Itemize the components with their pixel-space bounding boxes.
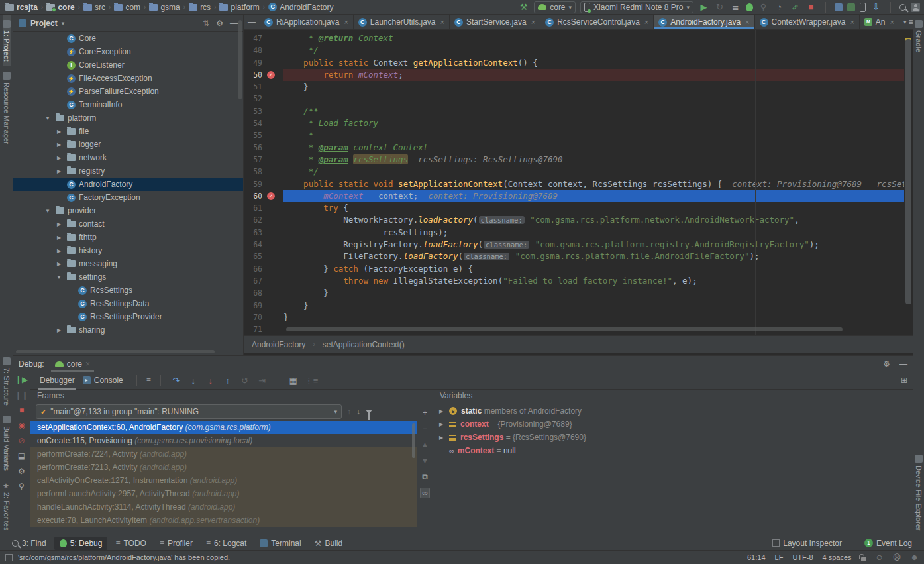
tree-item-network[interactable]: ▶network xyxy=(13,151,243,164)
arrow-collapsed-icon[interactable]: ▶ xyxy=(54,261,64,267)
evaluate-expression-icon[interactable]: ▦ xyxy=(287,376,299,386)
tree-item-platform[interactable]: ▼platform xyxy=(13,111,243,125)
breakpoint-gutter[interactable]: ✓ xyxy=(266,190,277,202)
remove-watch-icon[interactable]: − xyxy=(423,424,427,433)
code-area[interactable]: 47 * @return Context48 */49 public stati… xyxy=(244,30,913,335)
tree-item-rcssettings[interactable]: RcsSettings xyxy=(13,284,243,297)
arrow-collapsed-icon[interactable]: ▶ xyxy=(54,168,64,174)
tree-item-fileaccessexception[interactable]: FileAccessException xyxy=(13,72,243,85)
arrow-collapsed-icon[interactable]: ▶ xyxy=(437,408,445,414)
rerun-icon[interactable]: ↻ xyxy=(714,1,725,13)
hide-panel-icon[interactable]: — xyxy=(899,359,907,368)
frame-row[interactable]: setApplicationContext:60, AndroidFactory… xyxy=(30,421,417,434)
close-icon[interactable]: × xyxy=(531,18,535,26)
toolwindow-button-terminal[interactable]: Terminal xyxy=(254,537,306,550)
tree-item-logger[interactable]: ▶logger xyxy=(13,138,243,151)
project-tree-vscrollbar[interactable] xyxy=(238,20,242,99)
prev-frame-icon[interactable]: ↑ xyxy=(347,407,351,416)
write-access-lock-icon[interactable] xyxy=(861,557,866,561)
event-log-button[interactable]: 1 Event Log xyxy=(859,537,917,550)
editor[interactable]: — RiApplication.java×LauncherUtils.java×… xyxy=(244,15,913,355)
run-to-cursor-icon[interactable]: ⇥ xyxy=(256,376,268,386)
layout-settings-icon[interactable]: ≡ xyxy=(146,376,151,385)
breadcrumb-item-rcsjta[interactable]: rcsjta xyxy=(4,3,39,12)
variable-row[interactable]: ▶static members of AndroidFactory xyxy=(433,404,913,418)
arrow-collapsed-icon[interactable]: ▶ xyxy=(54,235,64,241)
close-icon[interactable]: × xyxy=(745,18,749,26)
close-icon[interactable]: × xyxy=(85,359,90,368)
tree-item-settings[interactable]: ▼settings xyxy=(13,270,243,284)
caret-position[interactable]: 61:14 xyxy=(747,553,766,561)
hide-panel-icon[interactable]: — xyxy=(230,19,238,28)
tree-item-corelistener[interactable]: CoreListener xyxy=(13,58,243,72)
resume-icon[interactable]: ❙▶ xyxy=(15,375,28,384)
stop-debug-icon[interactable]: ■ xyxy=(19,406,24,415)
editor-error-stripe[interactable] xyxy=(904,30,913,335)
arrow-expanded-icon[interactable]: ▼ xyxy=(43,208,52,214)
arrow-collapsed-icon[interactable]: ▶ xyxy=(437,422,445,427)
thread-selector[interactable]: ✔ "main"@7,133 in group "main": RUNNING … xyxy=(36,404,342,419)
arrow-expanded-icon[interactable]: ▼ xyxy=(43,115,52,121)
tab-androidfactory-java[interactable]: AndroidFactory.java× xyxy=(654,15,754,29)
tree-item-coreexception[interactable]: CoreException xyxy=(13,45,243,58)
variable-row[interactable]: ∞mContext = null xyxy=(433,444,913,457)
frame-row[interactable]: handleLaunchActivity:3114, ActivityThrea… xyxy=(30,500,417,514)
file-encoding[interactable]: UTF-8 xyxy=(792,553,813,561)
attach-debugger-icon[interactable]: ⚲ xyxy=(758,1,769,13)
editor-vscrollbar[interactable] xyxy=(905,39,911,304)
trace-icon[interactable]: ⋮≡ xyxy=(305,376,317,386)
breadcrumb-item-rcs[interactable]: rcs xyxy=(187,3,212,12)
filter-frames-icon[interactable] xyxy=(366,410,372,414)
arrow-collapsed-icon[interactable]: ▶ xyxy=(54,142,64,148)
close-icon[interactable]: × xyxy=(890,18,894,26)
arrow-collapsed-icon[interactable]: ▶ xyxy=(54,327,64,333)
frame-row[interactable]: execute:78, LaunchActivityItem (android.… xyxy=(30,514,417,527)
toolwindow-stripe-2-favorites[interactable]: ★2: Favorites xyxy=(3,477,11,536)
next-frame-icon[interactable]: ↓ xyxy=(356,407,360,416)
avatar[interactable] xyxy=(911,3,920,12)
gradle-daemon-icon[interactable]: ☻ xyxy=(910,553,919,562)
device-manager-icon[interactable] xyxy=(835,3,843,11)
force-step-into-icon[interactable]: ↓ xyxy=(205,376,217,386)
tree-item-terminalinfo[interactable]: TerminalInfo xyxy=(13,98,243,111)
tree-item-fthttp[interactable]: ▶fthttp xyxy=(13,231,243,244)
breadcrumb-class[interactable]: AndroidFactory xyxy=(252,340,305,349)
chevron-down-icon[interactable]: ▾ xyxy=(62,20,65,27)
tree-item-history[interactable]: ▶history xyxy=(13,244,243,257)
toolwindow-button-profiler[interactable]: ≡Profiler xyxy=(154,537,198,550)
mute-breakpoints-icon[interactable]: ⊘ xyxy=(18,436,25,445)
stop-icon[interactable]: ■ xyxy=(805,1,817,13)
view-breakpoints-icon[interactable]: ◉ xyxy=(18,421,25,430)
profiler-icon[interactable]: ◔ xyxy=(774,1,785,13)
editor-tabs-menu-icon[interactable]: — xyxy=(248,17,256,27)
add-watch-icon[interactable]: + xyxy=(423,408,427,418)
toolwindow-switcher-icon[interactable] xyxy=(5,554,13,561)
frame-row[interactable]: callActivityOnCreate:1271, Instrumentati… xyxy=(30,474,417,487)
tab-rcsservicecontrol-java[interactable]: RcsServiceControl.java× xyxy=(540,15,654,29)
apply-changes-icon[interactable]: ≣ xyxy=(730,1,741,13)
tab-contextwrapper-java[interactable]: ContextWrapper.java× xyxy=(755,15,860,29)
frame-row[interactable]: onCreate:115, Provisioning (com.gsma.rcs… xyxy=(30,434,417,447)
tree-item-provider[interactable]: ▼provider xyxy=(13,204,243,217)
hidden-tabs-icon[interactable]: ≡ xyxy=(908,17,913,27)
toolwindow-button-debug[interactable]: 5: Debug xyxy=(54,537,108,550)
breadcrumb-item-com[interactable]: com xyxy=(113,3,142,12)
build-hammer-icon[interactable]: ⚒ xyxy=(518,1,529,13)
breadcrumb-item-platform[interactable]: platform xyxy=(218,3,260,12)
toolwindow-stripe-7-structure[interactable]: 7: Structure xyxy=(3,352,11,411)
tab-an[interactable]: MAn× xyxy=(860,15,899,29)
highlight-level-icon[interactable]: ☺ xyxy=(876,553,884,562)
run-configuration-select[interactable]: core ▾ xyxy=(534,1,576,13)
tree-item-messaging[interactable]: ▶messaging xyxy=(13,257,243,270)
logcat-window-icon[interactable] xyxy=(847,3,855,11)
project-tree-hscrollbar[interactable] xyxy=(16,350,215,353)
frame-row[interactable]: performCreate:7224, Activity (android.ap… xyxy=(30,447,417,461)
gear-icon[interactable]: ⚙ xyxy=(883,359,890,368)
copy-value-icon[interactable]: ⧉ xyxy=(422,472,428,481)
variable-row[interactable]: ▶context = {Provisioning@7689} xyxy=(433,418,913,431)
sdk-manager-icon[interactable]: ⇩ xyxy=(870,1,882,13)
toolwindow-stripe-gradle[interactable]: Gradle xyxy=(915,15,923,58)
arrow-collapsed-icon[interactable]: ▶ xyxy=(54,129,64,135)
editor-hscrollbar[interactable] xyxy=(286,327,843,331)
debug-icon[interactable] xyxy=(746,3,753,11)
